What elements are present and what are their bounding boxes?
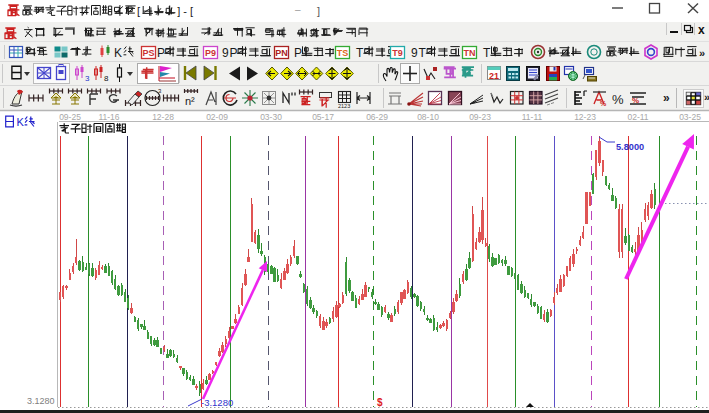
svg-text:] - [: ] - [ (177, 5, 193, 17)
svg-text:T: T (356, 46, 364, 60)
svg-text:$: $ (377, 397, 383, 408)
svg-text:06-29: 06-29 (366, 112, 388, 122)
svg-text:9: 9 (411, 46, 418, 60)
svg-text:21: 21 (489, 71, 499, 81)
svg-text:12-28: 12-28 (152, 112, 174, 122)
svg-text:05-17: 05-17 (312, 112, 334, 122)
svg-text:n²: n² (185, 95, 195, 107)
svg-text:8: 8 (104, 74, 109, 83)
svg-text:5.8000: 5.8000 (616, 142, 644, 152)
svg-text:P: P (229, 46, 237, 60)
svg-text:»: » (704, 91, 709, 103)
svg-text:02-11: 02-11 (627, 112, 648, 122)
svg-text:11-16: 11-16 (98, 112, 119, 122)
svg-text:-3.1280: -3.1280 (201, 397, 233, 408)
svg-text:09-23: 09-23 (469, 112, 491, 122)
svg-text:02-09: 02-09 (206, 112, 228, 122)
svg-text:P9: P9 (205, 48, 216, 58)
svg-text:TN: TN (464, 48, 476, 58)
svg-text:2123: 2123 (338, 103, 350, 109)
svg-text:T: T (418, 46, 426, 60)
svg-text:PN: PN (275, 48, 288, 58)
svg-text:K: K (114, 46, 122, 60)
svg-text:T: T (483, 46, 491, 60)
svg-text:11-11: 11-11 (522, 112, 543, 122)
svg-text:3.1280: 3.1280 (27, 396, 55, 406)
svg-text:03-25: 03-25 (679, 112, 701, 122)
svg-text:K: K (17, 116, 25, 128)
svg-text:»: » (699, 47, 705, 59)
svg-text:P: P (157, 46, 165, 60)
svg-text:»: » (663, 91, 670, 105)
svg-text:%: % (612, 92, 624, 107)
svg-text:%: % (632, 96, 639, 105)
svg-text:T9: T9 (392, 48, 403, 58)
svg-text:09-25: 09-25 (59, 112, 81, 122)
svg-text:–: – (295, 4, 301, 15)
svg-text:]: ] (317, 5, 320, 17)
svg-text:9: 9 (222, 46, 229, 60)
svg-text:P: P (294, 46, 302, 60)
svg-text:08-10: 08-10 (417, 112, 439, 122)
svg-text:03-30: 03-30 (260, 112, 282, 122)
svg-text:[: [ (137, 5, 140, 17)
svg-text:12-23: 12-23 (574, 112, 596, 122)
svg-text:%: % (600, 100, 607, 107)
svg-text:3: 3 (85, 74, 90, 83)
svg-text:TS: TS (337, 48, 349, 58)
svg-text:PS: PS (142, 48, 154, 58)
svg-text:x: x (698, 23, 705, 37)
